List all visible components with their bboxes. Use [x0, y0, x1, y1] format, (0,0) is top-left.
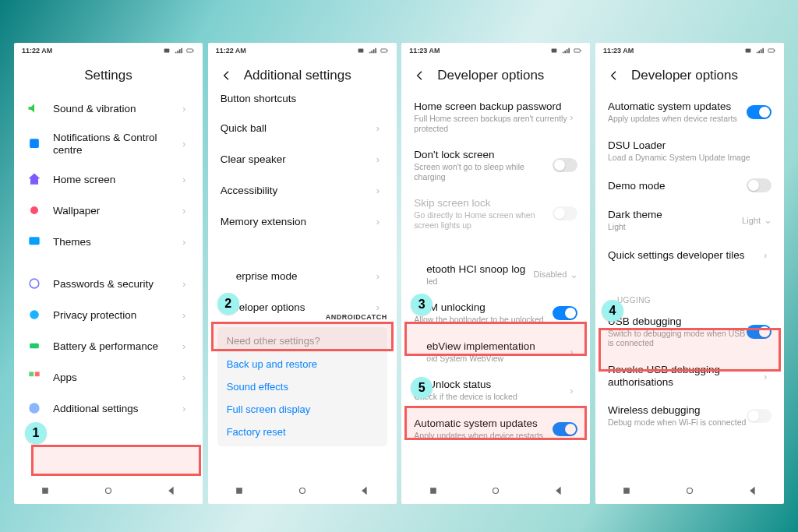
row-privacy[interactable]: Privacy protection›: [14, 299, 203, 330]
bell-icon: [26, 136, 42, 152]
row-label: Themes: [53, 236, 182, 248]
toggle-disabled: [747, 409, 772, 423]
toggle-off[interactable]: [553, 158, 577, 172]
status-icons: [356, 47, 389, 55]
row-battery[interactable]: Battery & performance›: [14, 330, 203, 361]
row-label: Automatic system updates: [414, 417, 553, 429]
row-passwords-security[interactable]: Passwords & security›: [14, 268, 203, 299]
row-themes[interactable]: Themes›: [14, 226, 203, 257]
chevron-right-icon: ›: [182, 174, 190, 185]
toggle-on[interactable]: [553, 306, 577, 320]
row-wireless-debugging[interactable]: Wireless debuggingDebug mode when Wi-Fi …: [595, 396, 784, 435]
row-label: Wireless debugging: [608, 404, 747, 416]
link-full-screen-display[interactable]: Full screen display: [227, 398, 378, 421]
row-revoke-usb[interactable]: Revoke USB debugging authorisations›: [595, 356, 784, 396]
nav-recent-button[interactable]: [234, 485, 245, 496]
row-backup-password[interactable]: Home screen backup passwordFull Home scr…: [401, 93, 590, 141]
link-backup-restore[interactable]: Back up and restore: [227, 353, 378, 375]
svg-point-6: [30, 279, 39, 288]
battery-icon: [26, 338, 42, 354]
row-webview[interactable]: ebView implementationoid System WebView›: [401, 333, 590, 372]
nav-back-button[interactable]: [166, 485, 177, 496]
row-label: Quick settings developer tiles: [608, 249, 764, 261]
android-nav-bar: [595, 477, 784, 504]
status-bar: 11:22 AM: [14, 43, 203, 58]
svg-rect-22: [430, 488, 436, 494]
row-dsu-loader[interactable]: DSU LoaderLoad a Dynamic System Update I…: [595, 132, 784, 171]
row-label: Quick ball: [221, 122, 376, 134]
row-sound[interactable]: Sound & vibration›: [14, 93, 203, 124]
toggle-on[interactable]: [553, 422, 577, 436]
nav-recent-button[interactable]: [40, 485, 51, 496]
svg-rect-5: [29, 237, 39, 245]
nav-recent-button[interactable]: [428, 485, 439, 496]
link-sound-effects[interactable]: Sound effects: [227, 375, 378, 398]
row-home-screen[interactable]: Home screen›: [14, 164, 203, 195]
nav-back-button[interactable]: [553, 485, 564, 496]
chevron-right-icon: ›: [376, 153, 384, 165]
back-button[interactable]: [608, 69, 620, 82]
row-label: Battery & performance: [53, 340, 182, 352]
step-badge-1: 1: [25, 422, 47, 444]
row-auto-updates[interactable]: Automatic system updatesApply updates wh…: [401, 410, 590, 449]
svg-rect-1: [187, 49, 193, 52]
themes-icon: [26, 234, 42, 249]
row-label: Apps: [53, 372, 182, 383]
svg-point-18: [299, 488, 305, 494]
chevron-right-icon: ›: [376, 216, 384, 227]
row-wallpaper[interactable]: Wallpaper›: [14, 195, 203, 226]
row-dark-theme[interactable]: Dark themeLightLight⌄: [595, 201, 784, 240]
battery-icon: [185, 47, 195, 55]
tutorial-graphic: 11:22 AM Settings Sound & vibration› Not…: [0, 0, 798, 532]
chevron-down-icon: ⌄: [764, 214, 772, 226]
globe-icon: [26, 400, 42, 416]
row-enterprise-mode[interactable]: erprise mode›: [208, 260, 397, 291]
row-clear-speaker[interactable]: Clear speaker›: [208, 143, 397, 174]
row-hci-snoop[interactable]: etooth HCI snoop logledDisabled⌄: [401, 255, 590, 294]
toggle-off[interactable]: [747, 178, 772, 192]
nav-home-button[interactable]: [684, 485, 695, 496]
page-title-row: Developer options: [401, 58, 590, 93]
nav-home-button[interactable]: [490, 485, 501, 496]
nav-home-button[interactable]: [297, 485, 308, 496]
row-label: USB debugging: [608, 315, 747, 327]
row-auto-updates[interactable]: Automatic system updatesApply updates wh…: [595, 93, 784, 132]
nav-back-button[interactable]: [359, 485, 370, 496]
row-label: DSU Loader: [608, 139, 772, 151]
row-label: Additional settings: [53, 403, 182, 414]
row-apps[interactable]: Apps›: [14, 361, 203, 393]
row-label: Developer options: [221, 301, 376, 313]
row-demo-mode[interactable]: Demo mode: [595, 170, 784, 201]
row-sub: led: [426, 277, 528, 287]
row-accessibility[interactable]: Accessibility›: [208, 174, 397, 206]
signal-icon: [755, 47, 764, 55]
row-dont-lock-screen[interactable]: Don't lock screenScreen won't go to slee…: [401, 141, 590, 189]
nav-recent-button[interactable]: [621, 485, 632, 496]
row-notifications[interactable]: Notifications & Control centre›: [14, 124, 203, 164]
back-button[interactable]: [414, 69, 426, 82]
row-label: etooth HCI snoop log: [426, 263, 528, 275]
battery-icon: [380, 47, 389, 55]
row-memory-extension[interactable]: Memory extension›: [208, 206, 397, 237]
need-other-settings-card: Need other settings? Back up and restore…: [217, 327, 387, 446]
chevron-right-icon: ›: [376, 185, 384, 196]
volume-icon: [26, 100, 42, 116]
back-button[interactable]: [221, 69, 233, 82]
nav-home-button[interactable]: [103, 485, 114, 496]
row-usb-debugging[interactable]: USB debuggingSwitch to debugging mode wh…: [595, 308, 784, 356]
toggle-on[interactable]: [747, 105, 772, 119]
svg-rect-20: [574, 49, 581, 52]
row-additional-settings[interactable]: Additional settings›: [14, 393, 203, 424]
row-button-shortcuts[interactable]: Button shortcuts: [208, 93, 397, 112]
flower-icon: [26, 203, 42, 218]
toggle-on[interactable]: [747, 325, 772, 339]
link-factory-reset[interactable]: Factory reset: [227, 421, 378, 443]
status-bar: 11:22 AM: [208, 43, 397, 58]
nav-back-button[interactable]: [747, 485, 758, 496]
svg-rect-27: [624, 488, 630, 494]
row-quick-ball[interactable]: Quick ball›: [208, 112, 397, 143]
page-title: Developer options: [437, 68, 544, 83]
row-quick-settings-tiles[interactable]: Quick settings developer tiles›: [595, 240, 784, 271]
row-label: Sound & vibration: [53, 103, 182, 115]
svg-rect-8: [30, 344, 39, 349]
